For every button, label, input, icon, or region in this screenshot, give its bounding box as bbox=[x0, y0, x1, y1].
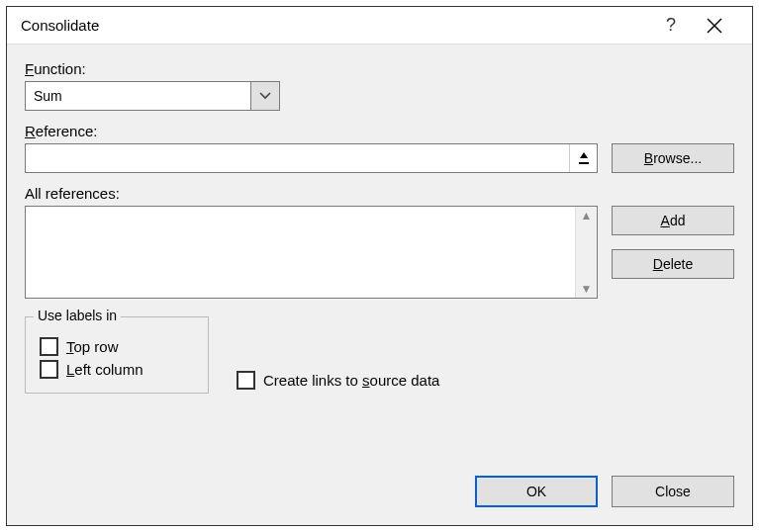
close-dialog-button[interactable]: Close bbox=[612, 476, 734, 507]
delete-button[interactable]: Delete bbox=[612, 249, 734, 279]
create-links-checkbox[interactable] bbox=[237, 371, 255, 390]
all-references-label: All references: bbox=[25, 185, 734, 202]
dialog-footer: OK Close bbox=[7, 462, 752, 525]
create-links-label: Create links to source data bbox=[263, 372, 439, 389]
add-button[interactable]: Add bbox=[612, 206, 734, 235]
reference-input-wrap bbox=[25, 143, 598, 173]
chevron-down-icon bbox=[259, 92, 271, 100]
close-button[interactable] bbox=[691, 18, 738, 34]
ok-button[interactable]: OK bbox=[475, 476, 598, 507]
browse-button[interactable]: Browse... bbox=[612, 143, 734, 173]
use-labels-group: Use labels in Top row Left column bbox=[25, 316, 209, 394]
close-icon bbox=[707, 18, 722, 34]
svg-marker-2 bbox=[580, 152, 588, 158]
function-select[interactable]: Sum bbox=[25, 81, 280, 111]
listbox-scrollbar[interactable]: ▲ ▼ bbox=[575, 207, 597, 298]
scroll-up-icon: ▲ bbox=[581, 207, 593, 224]
function-label: Function: bbox=[25, 60, 734, 77]
reference-input[interactable] bbox=[26, 144, 569, 172]
collapse-dialog-button[interactable] bbox=[569, 144, 597, 172]
top-row-label: Top row bbox=[66, 338, 119, 355]
collapse-icon bbox=[577, 150, 591, 166]
left-column-checkbox[interactable] bbox=[40, 360, 58, 379]
top-row-checkbox[interactable] bbox=[40, 337, 58, 356]
title-bar: Consolidate ? bbox=[7, 7, 752, 44]
help-button[interactable]: ? bbox=[651, 15, 691, 36]
use-labels-legend: Use labels in bbox=[34, 308, 121, 323]
svg-rect-3 bbox=[579, 162, 589, 164]
scroll-down-icon: ▼ bbox=[581, 280, 593, 298]
function-select-value: Sum bbox=[25, 81, 250, 111]
consolidate-dialog: Consolidate ? Function: Sum Reference: bbox=[6, 6, 753, 526]
dialog-body: Function: Sum Reference: Browse... bbox=[7, 44, 752, 462]
left-column-label: Left column bbox=[66, 361, 143, 378]
all-references-listbox[interactable]: ▲ ▼ bbox=[25, 206, 598, 299]
dialog-title: Consolidate bbox=[21, 17, 651, 34]
function-select-button[interactable] bbox=[250, 81, 280, 111]
reference-label: Reference: bbox=[25, 123, 734, 139]
